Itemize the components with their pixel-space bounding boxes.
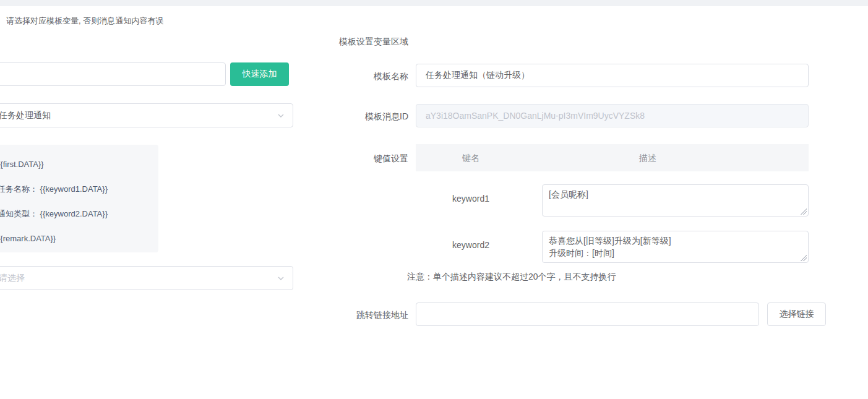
jump-link-label: 跳转链接地址 (309, 310, 408, 321)
preview-line-keyword2: 通知类型： {{keyword2.DATA}} (0, 202, 152, 226)
secondary-select[interactable]: 请选择 (0, 266, 293, 290)
keyword1-desc-textarea[interactable]: [会员昵称] (542, 184, 809, 217)
jump-link-input[interactable] (416, 302, 759, 326)
keyword2-desc-textarea[interactable]: 恭喜您从[旧等级]升级为[新等级] 升级时间：[时间] (542, 231, 809, 263)
template-name-input[interactable] (416, 64, 809, 87)
kv-note: 注意：单个描述内容建议不超过20个字，且不支持换行 (407, 272, 616, 283)
kv-col-desc-header: 描述 (564, 144, 731, 171)
quick-add-input[interactable] (0, 62, 226, 86)
secondary-select-placeholder: 请选择 (0, 273, 277, 284)
kv-row-desc-wrap: 恭喜您从[旧等级]升级为[新等级] 升级时间：[时间] (542, 231, 809, 263)
chevron-down-icon (277, 111, 285, 120)
kv-settings-label: 键值设置 (309, 153, 408, 165)
kv-row-desc-wrap: [会员昵称] (542, 184, 809, 217)
template-id-input (416, 104, 809, 127)
section-title: 模板设置变量区域 (339, 36, 408, 48)
template-select-value: 任务处理通知 (0, 110, 277, 121)
kv-table-header: 键名 描述 (416, 144, 809, 171)
template-name-label: 模板名称 (309, 71, 408, 82)
template-preview-box: {{first.DATA}} 任务名称： {{keyword1.DATA}} 通… (0, 145, 158, 252)
template-select[interactable]: 任务处理通知 (0, 103, 293, 127)
preview-line-remark: {{remark.DATA}} (0, 226, 152, 251)
select-link-button[interactable]: 选择链接 (767, 302, 826, 326)
chevron-down-icon (277, 274, 285, 283)
preview-line-first: {{first.DATA}} (0, 152, 152, 177)
top-bar (0, 0, 868, 6)
template-id-label: 模板消息ID (309, 111, 408, 122)
template-variable-warning: 请选择对应模板变量, 否则消息通知内容有误 (6, 15, 163, 27)
kv-col-key-header: 键名 (416, 144, 526, 171)
kv-row-key-keyword1: keyword1 (416, 194, 526, 204)
preview-line-keyword1: 任务名称： {{keyword1.DATA}} (0, 177, 152, 202)
quick-add-button[interactable]: 快速添加 (230, 62, 289, 86)
kv-row-key-keyword2: keyword2 (416, 240, 526, 250)
